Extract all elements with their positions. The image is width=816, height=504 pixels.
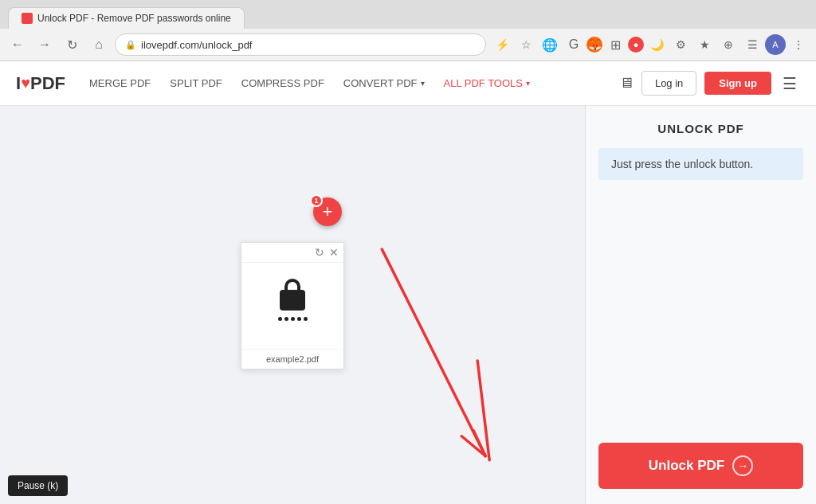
browser-tabs: Unlock PDF - Remove PDF passwords online bbox=[0, 0, 816, 29]
browser-icon-9[interactable]: ⊕ bbox=[717, 33, 740, 56]
nav-convert-pdf[interactable]: CONVERT PDF ▾ bbox=[343, 77, 425, 89]
browser-icon-1[interactable]: 🌐 bbox=[539, 33, 561, 56]
browser-icon-6[interactable]: 🌙 bbox=[645, 33, 668, 56]
monitor-icon[interactable]: 🖥 bbox=[619, 75, 634, 92]
all-tools-dropdown-arrow: ▾ bbox=[526, 79, 530, 88]
logo-pdf: PDF bbox=[30, 73, 65, 94]
file-count-badge: 1 bbox=[310, 194, 323, 207]
left-panel: ↻ ✕ bbox=[0, 106, 585, 504]
nav-merge-pdf[interactable]: MERGE PDF bbox=[89, 77, 151, 89]
back-button[interactable]: ← bbox=[6, 33, 29, 56]
pdf-card-toolbar: ↻ ✕ bbox=[241, 243, 343, 263]
main-content: ↻ ✕ bbox=[0, 106, 816, 504]
browser-icon-4[interactable]: ⊞ bbox=[604, 33, 626, 56]
nav-all-tools[interactable]: ALL PDF TOOLS ▾ bbox=[444, 77, 530, 89]
pdf-rotate-button[interactable]: ↻ bbox=[315, 246, 324, 259]
forward-button[interactable]: → bbox=[33, 33, 56, 56]
lock-shackle bbox=[284, 279, 300, 290]
ssl-lock-icon: 🔒 bbox=[125, 40, 136, 50]
pdf-card-body bbox=[262, 263, 324, 349]
browser-icon-10[interactable]: ☰ bbox=[741, 33, 763, 56]
unlock-pdf-button[interactable]: Unlock PDF → bbox=[598, 443, 803, 489]
browser-toolbar: ← → ↻ ⌂ 🔒 ilovepdf.com/unlock_pdf ⚡ ☆ 🌐 … bbox=[0, 29, 816, 61]
pause-badge[interactable]: Pause (k) bbox=[8, 475, 68, 496]
pdf-thumbnail-card: ↻ ✕ bbox=[241, 242, 344, 369]
lock-symbol bbox=[278, 290, 308, 321]
refresh-button[interactable]: ↻ bbox=[61, 33, 83, 56]
pdf-remove-button[interactable]: ✕ bbox=[329, 246, 339, 259]
lock-dots bbox=[278, 317, 308, 321]
add-file-button[interactable]: 1 + bbox=[313, 197, 342, 226]
logo-heart: ♥ bbox=[21, 74, 30, 92]
browser-icon-3[interactable]: 🦊 bbox=[586, 37, 602, 53]
info-text: Just press the unlock button. bbox=[611, 158, 790, 170]
right-panel: UNLOCK PDF Just press the unlock button.… bbox=[585, 106, 816, 504]
add-plus-icon: + bbox=[323, 203, 333, 221]
main-nav: MERGE PDF SPLIT PDF COMPRESS PDF CONVERT… bbox=[89, 77, 595, 89]
nav-compress-pdf[interactable]: COMPRESS PDF bbox=[241, 77, 324, 89]
nav-split-pdf[interactable]: SPLIT PDF bbox=[170, 77, 222, 89]
url-text: ilovepdf.com/unlock_pdf bbox=[141, 39, 252, 51]
tab-title: Unlock PDF - Remove PDF passwords online bbox=[37, 13, 231, 24]
signup-button[interactable]: Sign up bbox=[704, 72, 771, 95]
pdf-filename: example2.pdf bbox=[241, 349, 343, 369]
browser-icon-2[interactable]: G bbox=[563, 33, 585, 56]
bookmark-icon[interactable]: ☆ bbox=[515, 33, 537, 56]
site-header: I ♥ PDF MERGE PDF SPLIT PDF COMPRESS PDF… bbox=[0, 61, 816, 106]
browser-icon-8[interactable]: ★ bbox=[693, 33, 716, 56]
unlock-arrow-circle: → bbox=[732, 455, 753, 476]
login-button[interactable]: Log in bbox=[641, 71, 696, 96]
page-title: UNLOCK PDF bbox=[657, 122, 743, 135]
home-button[interactable]: ⌂ bbox=[88, 33, 110, 56]
site-logo[interactable]: I ♥ PDF bbox=[16, 73, 65, 94]
browser-icon-7[interactable]: ⚙ bbox=[669, 33, 692, 56]
more-options-icon[interactable]: ⋮ bbox=[787, 33, 810, 56]
unlock-button-label: Unlock PDF bbox=[649, 458, 724, 474]
info-box: Just press the unlock button. bbox=[598, 148, 803, 180]
address-bar[interactable]: 🔒 ilovepdf.com/unlock_pdf bbox=[115, 33, 486, 56]
profile-avatar[interactable]: A bbox=[765, 34, 786, 55]
toolbar-icons: ⚡ ☆ 🌐 G 🦊 ⊞ ● 🌙 ⚙ ★ ⊕ ☰ A ⋮ bbox=[491, 33, 810, 56]
browser-chrome: Unlock PDF - Remove PDF passwords online… bbox=[0, 0, 816, 61]
hamburger-menu[interactable]: ☰ bbox=[779, 71, 800, 96]
unlock-arrow-icon: → bbox=[737, 459, 748, 472]
convert-dropdown-arrow: ▾ bbox=[421, 79, 425, 88]
header-right: 🖥 Log in Sign up ☰ bbox=[619, 71, 800, 96]
browser-icon-5[interactable]: ● bbox=[628, 37, 644, 53]
active-tab[interactable]: Unlock PDF - Remove PDF passwords online bbox=[8, 7, 245, 29]
lock-body bbox=[280, 290, 305, 311]
extensions-icon[interactable]: ⚡ bbox=[491, 33, 513, 56]
tab-favicon bbox=[22, 13, 33, 24]
